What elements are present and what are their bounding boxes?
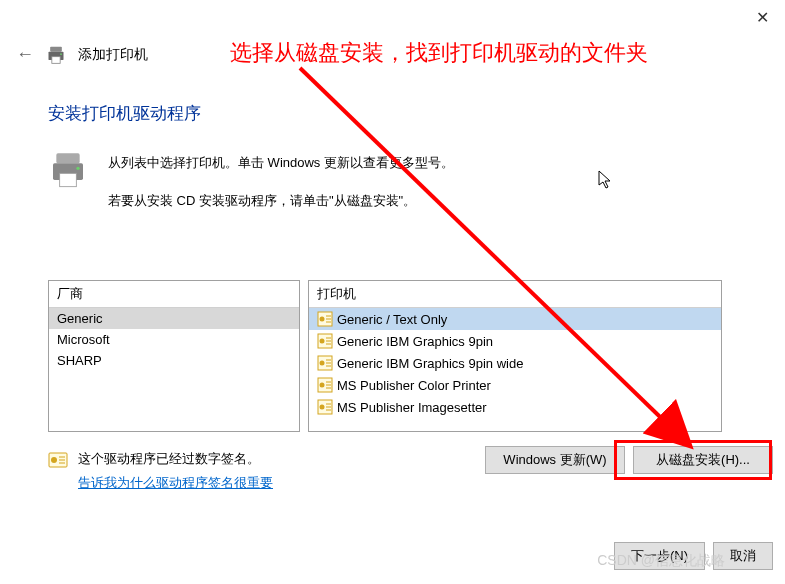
back-arrow-icon[interactable]: ← bbox=[16, 44, 34, 65]
svg-rect-2 bbox=[52, 56, 60, 63]
printer-large-icon bbox=[48, 150, 88, 190]
cursor-icon bbox=[598, 170, 614, 190]
printer-item-label: MS Publisher Color Printer bbox=[337, 378, 491, 393]
svg-point-8 bbox=[76, 167, 79, 170]
signed-driver-icon bbox=[317, 333, 333, 349]
cert-status-text: 这个驱动程序已经过数字签名。 bbox=[78, 450, 273, 468]
signed-driver-icon bbox=[317, 355, 333, 371]
driver-picker: 厂商 GenericMicrosoftSHARP 打印机 Generic / T… bbox=[48, 280, 722, 432]
cert-why-link[interactable]: 告诉我为什么驱动程序签名很重要 bbox=[78, 474, 273, 492]
printer-item-label: Generic IBM Graphics 9pin wide bbox=[337, 356, 523, 371]
svg-point-14 bbox=[320, 361, 325, 366]
annotation-text: 选择从磁盘安装，找到打印机驱动的文件夹 bbox=[230, 38, 648, 68]
svg-point-10 bbox=[320, 317, 325, 322]
svg-point-12 bbox=[320, 339, 325, 344]
printer-item[interactable]: Generic IBM Graphics 9pin wide bbox=[309, 352, 721, 374]
svg-rect-7 bbox=[60, 173, 77, 186]
printer-item[interactable]: Generic / Text Only bbox=[309, 308, 721, 330]
svg-rect-5 bbox=[56, 153, 79, 163]
printer-item-label: Generic / Text Only bbox=[337, 312, 447, 327]
manufacturer-item[interactable]: Microsoft bbox=[49, 329, 299, 350]
printer-header: 打印机 bbox=[309, 281, 721, 308]
svg-point-3 bbox=[60, 53, 62, 55]
svg-point-20 bbox=[51, 457, 57, 463]
windows-update-button[interactable]: Windows 更新(W) bbox=[485, 446, 625, 474]
manufacturer-item[interactable]: Generic bbox=[49, 308, 299, 329]
signed-driver-icon bbox=[317, 399, 333, 415]
printer-item[interactable]: MS Publisher Imagesetter bbox=[309, 396, 721, 418]
instruction-line-1: 从列表中选择打印机。单击 Windows 更新以查看更多型号。 bbox=[108, 154, 454, 172]
printer-icon bbox=[46, 45, 66, 65]
manufacturer-item[interactable]: SHARP bbox=[49, 350, 299, 371]
manufacturer-listbox[interactable]: 厂商 GenericMicrosoftSHARP bbox=[48, 280, 300, 432]
printer-item[interactable]: MS Publisher Color Printer bbox=[309, 374, 721, 396]
svg-rect-0 bbox=[50, 46, 62, 51]
svg-point-16 bbox=[320, 383, 325, 388]
printer-item-label: Generic IBM Graphics 9pin bbox=[337, 334, 493, 349]
svg-point-18 bbox=[320, 405, 325, 410]
section-title: 安装打印机驱动程序 bbox=[48, 102, 201, 125]
instruction-line-2: 若要从安装 CD 安装驱动程序，请单击"从磁盘安装"。 bbox=[108, 192, 416, 210]
close-button[interactable]: ✕ bbox=[756, 8, 769, 27]
printer-item-label: MS Publisher Imagesetter bbox=[337, 400, 487, 415]
manufacturer-header: 厂商 bbox=[49, 281, 299, 308]
disk-install-button[interactable]: 从磁盘安装(H)... bbox=[633, 446, 773, 474]
wizard-header: ← 添加打印机 bbox=[16, 44, 148, 65]
watermark-text: CSDN @信息化战略 bbox=[597, 552, 725, 570]
certificate-icon bbox=[48, 452, 68, 468]
header-title: 添加打印机 bbox=[78, 46, 148, 64]
signed-driver-icon bbox=[317, 311, 333, 327]
signed-driver-icon bbox=[317, 377, 333, 393]
printer-item[interactable]: Generic IBM Graphics 9pin bbox=[309, 330, 721, 352]
printer-listbox[interactable]: 打印机 Generic / Text OnlyGeneric IBM Graph… bbox=[308, 280, 722, 432]
